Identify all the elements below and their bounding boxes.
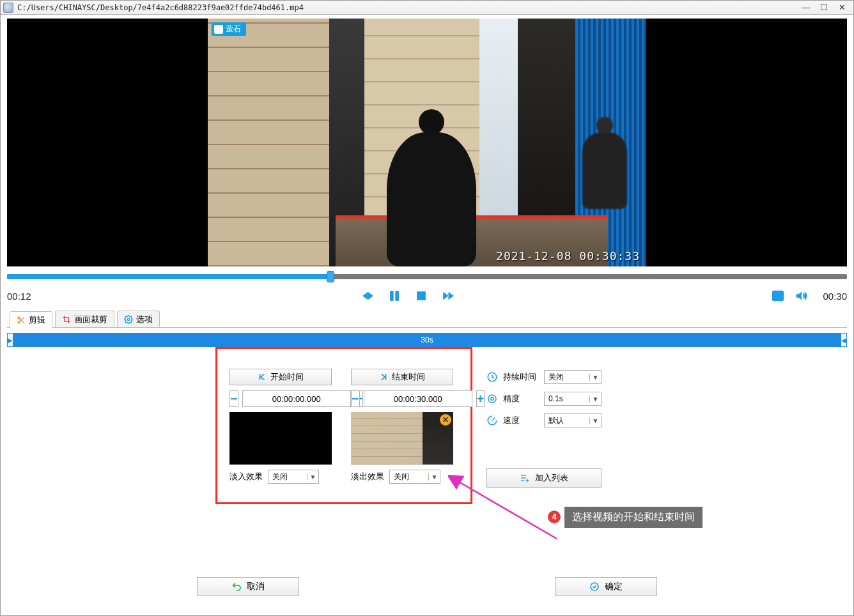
- add-to-list-button[interactable]: 加入列表: [486, 468, 602, 488]
- app-window: C:/Users/CHINAYSC/Desktop/7e4f4a2c6d8822…: [0, 0, 854, 616]
- skip-start-icon: [258, 373, 267, 381]
- svg-rect-2: [417, 292, 426, 300]
- tab-label: 画面裁剪: [74, 314, 107, 325]
- precision-combo[interactable]: 0.1s▼: [544, 392, 602, 406]
- current-time-label: 00:12: [7, 291, 45, 302]
- forward-button[interactable]: [440, 288, 456, 304]
- end-frame-thumbnail: ✕: [351, 412, 453, 465]
- fade-out-label: 淡出效果: [351, 471, 384, 482]
- cancel-button[interactable]: 取消: [197, 577, 299, 596]
- annotation-step-badge: 4: [548, 511, 561, 523]
- tab-crop[interactable]: 画面裁剪: [55, 311, 114, 327]
- undo-icon: [231, 581, 242, 592]
- video-frame[interactable]: 萤石 2021-12-08 00:30:33: [208, 19, 646, 266]
- start-time-column: 开始时间 − + 淡入效果 关闭▼: [229, 369, 332, 484]
- gear-icon: [124, 315, 133, 324]
- start-frame-thumbnail: [229, 412, 332, 465]
- precision-label: 精度: [503, 393, 539, 404]
- end-time-decrement[interactable]: −: [351, 390, 360, 407]
- end-time-increment[interactable]: +: [476, 390, 485, 407]
- titlebar: C:/Users/CHINAYSC/Desktop/7e4f4a2c6d8822…: [1, 1, 853, 15]
- fade-in-combo[interactable]: 关闭▼: [268, 470, 319, 484]
- tab-label: 剪辑: [29, 314, 45, 326]
- end-time-column: 结束时间 − + ✕ 淡出效果 关闭▼: [351, 369, 453, 484]
- chevron-down-icon: ▼: [589, 374, 601, 381]
- svg-point-9: [777, 297, 779, 299]
- camera-logo-badge: 萤石: [212, 22, 246, 36]
- end-time-input[interactable]: [364, 390, 472, 407]
- svg-point-19: [491, 397, 494, 401]
- volume-icon[interactable]: [793, 288, 809, 304]
- tab-label: 选项: [136, 314, 153, 325]
- pause-button[interactable]: [387, 288, 402, 304]
- duration-combo[interactable]: 关闭▼: [544, 370, 602, 384]
- rewind-button[interactable]: [360, 288, 375, 304]
- svg-point-15: [127, 318, 130, 321]
- title-path: C:/Users/CHINAYSC/Desktop/7e4f4a2c6d8822…: [17, 3, 304, 12]
- scissors-icon: [17, 316, 26, 325]
- chevron-down-icon: ▼: [589, 417, 601, 424]
- speed-label: 速度: [503, 415, 539, 426]
- svg-point-20: [488, 395, 496, 403]
- clip-range-bar[interactable]: ▶ ◀ 30s: [7, 333, 847, 347]
- chevron-down-icon: ▼: [589, 396, 601, 403]
- stop-button[interactable]: [414, 288, 429, 304]
- svg-point-7: [775, 293, 777, 295]
- tab-options[interactable]: 选项: [117, 311, 160, 327]
- video-timestamp-overlay: 2021-12-08 00:30:33: [496, 249, 640, 263]
- video-area: 萤石 2021-12-08 00:30:33: [7, 19, 847, 266]
- close-button[interactable]: ✕: [833, 2, 851, 13]
- total-time-label: 00:30: [809, 291, 847, 302]
- settings-column: 持续时间 关闭▼ 精度 0.1s▼ 速度 默认▼: [486, 370, 602, 427]
- svg-point-12: [18, 321, 20, 323]
- chevron-down-icon: ▼: [307, 474, 318, 481]
- svg-marker-10: [796, 292, 802, 300]
- crop-icon: [62, 315, 71, 324]
- minimize-button[interactable]: —: [797, 2, 815, 13]
- svg-line-21: [492, 418, 495, 421]
- svg-point-11: [18, 316, 20, 319]
- maximize-button[interactable]: ☐: [815, 2, 833, 13]
- transport-bar: 00:12 00:30: [7, 286, 847, 306]
- precision-icon: [486, 393, 498, 404]
- speed-combo[interactable]: 默认▼: [544, 413, 602, 427]
- ok-button[interactable]: 确定: [555, 577, 657, 596]
- start-time-button[interactable]: 开始时间: [229, 369, 332, 385]
- annotation-callout: 选择视频的开始和结束时间: [564, 507, 703, 528]
- start-time-input[interactable]: [242, 390, 351, 407]
- editor-panel: 开始时间 − + 淡入效果 关闭▼ 结: [7, 347, 847, 615]
- svg-point-8: [779, 295, 780, 297]
- fade-out-combo[interactable]: 关闭▼: [389, 470, 440, 484]
- end-time-button[interactable]: 结束时间: [351, 369, 453, 385]
- video-content-placeholder: [208, 19, 646, 266]
- start-time-decrement[interactable]: −: [229, 390, 238, 407]
- settings-icon[interactable]: [770, 288, 786, 304]
- clock-icon: [486, 371, 498, 383]
- remove-end-thumb-icon[interactable]: ✕: [440, 414, 451, 426]
- check-circle-icon: [589, 581, 600, 592]
- clip-handle-left[interactable]: ▶: [7, 333, 13, 347]
- svg-rect-0: [391, 291, 394, 301]
- app-icon: [3, 3, 13, 13]
- svg-rect-1: [396, 291, 399, 301]
- list-add-icon: [520, 473, 530, 483]
- clip-handle-right[interactable]: ◀: [841, 333, 847, 347]
- tab-edit[interactable]: 剪辑: [10, 311, 52, 328]
- chevron-down-icon: ▼: [428, 474, 440, 481]
- svg-line-27: [458, 481, 557, 539]
- fade-in-label: 淡入效果: [229, 471, 263, 482]
- tabs-row: 剪辑 画面裁剪 选项: [7, 310, 847, 328]
- skip-end-icon: [379, 373, 388, 381]
- duration-label: 持续时间: [503, 371, 539, 383]
- progress-slider[interactable]: [7, 269, 847, 283]
- progress-thumb[interactable]: [327, 271, 334, 282]
- speed-icon: [486, 415, 498, 426]
